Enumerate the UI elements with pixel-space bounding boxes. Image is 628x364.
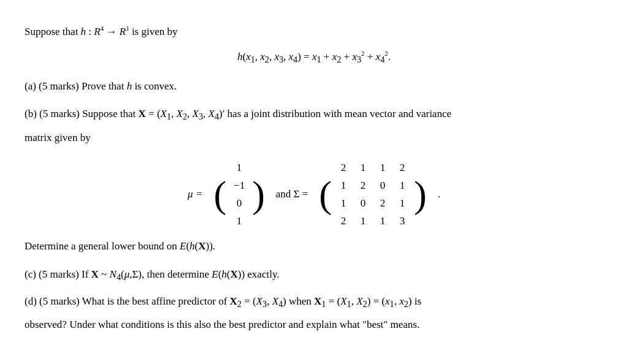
part-c-text: (c) (5 marks) If X ~ N4(μ,Σ), then deter… (25, 266, 603, 284)
sigma-matrix: ( 2 1 1 2 1 2 0 1 1 0 2 1 2 1 1 3 ) (319, 157, 426, 232)
mu-cell-4: 1 (234, 213, 245, 229)
sigma-r2c1: 1 (339, 177, 348, 194)
mu-bracket-right: ) (252, 175, 265, 213)
mu-cell-2: −1 (234, 177, 245, 194)
sigma-r2c3: 0 (378, 177, 387, 194)
sigma-r4c4: 3 (398, 213, 407, 229)
intro-line1: Suppose that h : R4 → R1 is given by (25, 23, 603, 40)
part-c: (c) (5 marks) If X ~ N4(μ,Σ), then deter… (25, 266, 603, 284)
page-container: Suppose that h : R4 → R1 is given by h(x… (25, 23, 603, 333)
part-a: (a) (5 marks) Prove that h is convex. (25, 78, 603, 94)
part-d-line1: (d) (5 marks) What is the best affine pr… (25, 293, 603, 311)
part-b-intro: (b) (5 marks) Suppose that X = (X1, X2, … (25, 105, 603, 124)
mu-cells: 1 −1 0 1 (229, 157, 250, 232)
mu-cell-3: 0 (234, 195, 245, 211)
formula-display: h(x1, x2, x3, x4) = x1 + x2 + x32 + x42. (25, 48, 603, 67)
part-d: (d) (5 marks) What is the best affine pr… (25, 293, 603, 333)
sigma-r3c2: 0 (359, 195, 367, 211)
part-b: (b) (5 marks) Suppose that X = (X1, X2, … (25, 105, 603, 145)
part-d-line2: observed? Under what conditions is this … (25, 316, 603, 333)
period: . (438, 186, 440, 202)
mu-matrix: ( 1 −1 0 1 ) (213, 157, 264, 232)
sigma-r3c1: 1 (339, 195, 348, 211)
sigma-r1c4: 2 (398, 159, 407, 176)
sigma-r1c2: 1 (359, 159, 367, 176)
sigma-r2c2: 2 (359, 177, 367, 194)
matrix-display: μ = ( 1 −1 0 1 ) and Σ = ( 2 1 1 2 (25, 157, 603, 232)
and-sigma-label: and Σ = (276, 186, 308, 202)
sigma-r4c3: 1 (378, 213, 387, 229)
sigma-bracket-left: ( (319, 175, 332, 213)
sigma-r3c3: 2 (378, 195, 387, 211)
part-a-text: (a) (5 marks) Prove that h is convex. (25, 78, 603, 94)
sigma-r4c1: 2 (339, 213, 348, 229)
sigma-cells: 2 1 1 2 1 2 0 1 1 0 2 1 2 1 1 3 (334, 157, 412, 232)
mu-label: μ = (188, 186, 202, 202)
part-b-intro2: matrix given by (25, 129, 603, 146)
sigma-r4c2: 1 (359, 213, 367, 229)
sigma-r3c4: 1 (398, 195, 407, 211)
sigma-r1c3: 1 (378, 159, 387, 176)
lower-bound-text: Determine a general lower bound on E(h(X… (25, 238, 603, 254)
sigma-bracket-right: ) (414, 175, 427, 213)
sigma-r1c1: 2 (339, 159, 348, 176)
mu-cell-1: 1 (234, 159, 245, 176)
mu-bracket-left: ( (213, 175, 226, 213)
sigma-r2c4: 1 (398, 177, 407, 194)
